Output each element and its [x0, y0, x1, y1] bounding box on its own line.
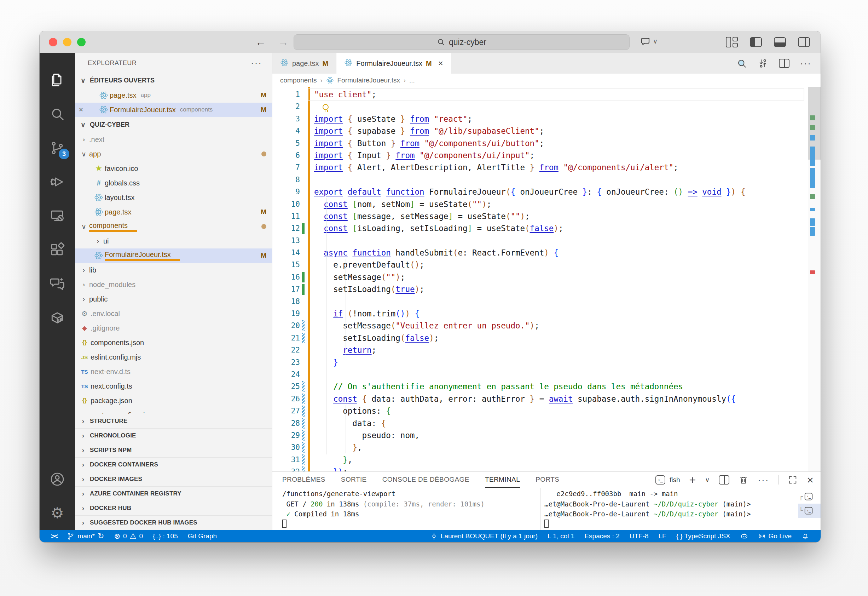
code-line-31[interactable]: 31 }, [272, 454, 806, 466]
code-line-1[interactable]: 1"use client"; [272, 89, 806, 101]
code-line-26[interactable]: 26 const { data: authData, error: authEr… [272, 393, 806, 405]
code-line-16[interactable]: 16 setMessage(""); [272, 271, 806, 283]
run-debug-icon[interactable] [40, 165, 75, 199]
sidebar-section-structure[interactable]: ›STRUCTURE [75, 414, 272, 429]
sidebar-section-scripts-npm[interactable]: ›SCRIPTS NPM [75, 443, 272, 458]
code-line-17[interactable]: 17 setIsLoading(true); [272, 283, 806, 295]
tree-item-app[interactable]: ∨app [75, 147, 272, 161]
code-line-8[interactable]: 8 [272, 174, 806, 186]
code-line-14[interactable]: 14 async function handleSubmit(e: React.… [272, 247, 806, 259]
sidebar-section-chronologie[interactable]: ›CHRONOLOGIE [75, 429, 272, 443]
open-editor-item[interactable]: page.tsxappM [75, 88, 272, 103]
search-in-file-icon[interactable] [737, 58, 747, 69]
new-terminal-icon[interactable]: + [689, 473, 696, 487]
close-window-button[interactable] [49, 38, 57, 46]
code-line-28[interactable]: 28 data: { [272, 417, 806, 429]
status-item-go-live[interactable]: Go Live [753, 530, 797, 542]
status-item-copilot[interactable] [735, 530, 753, 542]
overview-ruler[interactable] [808, 87, 821, 472]
close-icon[interactable]: × [75, 105, 87, 114]
breadcrumb-item[interactable]: components [280, 77, 317, 84]
status-item-l-1-col-1[interactable]: L 1, col 1 [543, 530, 579, 542]
status-item-utf-8[interactable]: UTF-8 [624, 530, 654, 542]
code-line-3[interactable]: 3import { useState } from "react"; [272, 113, 806, 125]
toggle-panel-icon[interactable] [774, 37, 786, 47]
maximize-panel-icon[interactable] [788, 475, 798, 485]
code-line-5[interactable]: 5import { Button } from "@/components/ui… [272, 137, 806, 149]
sidebar-section-docker-images[interactable]: ›DOCKER IMAGES [75, 472, 272, 487]
status-item-bell[interactable] [797, 530, 814, 542]
status-item--typescript-jsx[interactable]: { } TypeScript JSX [671, 530, 735, 542]
forward-icon[interactable]: → [278, 36, 289, 48]
lightbulb-icon[interactable] [323, 104, 329, 110]
status-item--105[interactable]: {..} : 105 [148, 530, 183, 542]
copilot-chat-button[interactable]: ∨ [640, 36, 658, 47]
back-icon[interactable]: ← [255, 36, 266, 48]
more-actions-icon[interactable]: ··· [758, 475, 769, 485]
compare-changes-icon[interactable] [758, 58, 768, 69]
panel-tab-problèmes[interactable]: PROBLÈMES [282, 472, 325, 488]
code-editor[interactable]: 1"use client";23import { useState } from… [272, 87, 821, 472]
panel-tab-sortie[interactable]: SORTIE [341, 472, 367, 488]
status-item-espaces-2[interactable]: Espaces : 2 [579, 530, 624, 542]
code-line-25[interactable]: 25 // On s'authentifie anonymement en pa… [272, 380, 806, 392]
tree-item--gitignore[interactable]: ◆.gitignore [75, 321, 272, 336]
breadcrumb-item[interactable]: ... [409, 77, 415, 84]
code-line-22[interactable]: 22 return; [272, 344, 806, 356]
source-control-icon[interactable]: 3 [40, 131, 75, 165]
status-item-lf[interactable]: LF [654, 530, 671, 542]
code-line-18[interactable]: 18 [272, 296, 806, 308]
tree-item-next-config-ts[interactable]: TSnext.config.ts [75, 379, 272, 393]
tree-item-page-tsx[interactable]: page.tsxM [75, 205, 272, 219]
tree-item-components[interactable]: ∨components [75, 219, 272, 234]
command-center-search[interactable]: quiz-cyber [294, 34, 630, 50]
minimize-window-button[interactable] [63, 38, 71, 46]
split-terminal-icon[interactable] [719, 475, 729, 485]
sidebar-section-azure-container-registry[interactable]: ›AZURE CONTAINER REGISTRY [75, 487, 272, 501]
panel-tab-ports[interactable]: PORTS [536, 472, 559, 488]
tree-item-eslint-config-mjs[interactable]: JSeslint.config.mjs [75, 350, 272, 365]
toggle-sidebar-icon[interactable] [750, 37, 762, 47]
tab-page.tsx[interactable]: page.tsxM [272, 53, 337, 74]
tree-item-formulairejoueur-tsx[interactable]: FormulaireJoueur.tsxM [75, 248, 272, 263]
sidebar-section-docker-containers[interactable]: ›DOCKER CONTAINERS [75, 458, 272, 472]
tree-item-next-env-d-ts[interactable]: TSnext-env.d.ts [75, 365, 272, 379]
tree-item--next[interactable]: ›.next [75, 132, 272, 147]
project-root-header[interactable]: ∨ QUIZ-CYBER [75, 117, 272, 132]
terminal-left[interactable]: /functions/generate-viewport GET / 200 i… [272, 488, 540, 530]
status-item-main-[interactable]: main*↻ [62, 530, 109, 542]
breadcrumb[interactable]: components›FormulaireJoueur.tsx›... [272, 74, 821, 87]
code-line-27[interactable]: 27 options: { [272, 405, 806, 417]
tree-item-layout-tsx[interactable]: layout.tsx [75, 191, 272, 205]
remote-explorer-icon[interactable] [40, 199, 75, 233]
code-line-6[interactable]: 6import { Input } from "@/components/ui/… [272, 149, 806, 161]
search-icon[interactable] [40, 97, 75, 131]
tab-formulairejoueur.tsx[interactable]: FormulaireJoueur.tsxM× [337, 53, 451, 74]
code-line-30[interactable]: 30 }, [272, 441, 806, 453]
code-line-9[interactable]: 9export default function FormulaireJoueu… [272, 186, 806, 198]
code-line-10[interactable]: 10 const [nom, setNom] = useState(""); [272, 198, 806, 210]
terminal-right[interactable]: e2c9ed9..ff003bb main -> main…et@MacBook… [540, 488, 798, 530]
split-editor-icon[interactable] [779, 59, 790, 68]
toggle-secondary-sidebar-icon[interactable] [798, 37, 810, 47]
tree-item-public[interactable]: ›public [75, 292, 272, 306]
tree-item-package-json[interactable]: {}package.json [75, 393, 272, 408]
status-item-0[interactable]: ⊗0⚠0 [109, 530, 148, 542]
chat-icon[interactable] [40, 267, 75, 301]
tree-item-node-modules[interactable]: ›node_modules [75, 278, 272, 292]
code-line-23[interactable]: 23 } [272, 356, 806, 368]
open-editors-header[interactable]: ∨ ÉDITEURS OUVERTS [75, 73, 272, 88]
tree-item-favicon-ico[interactable]: ★favicon.ico [75, 161, 272, 176]
customize-layout-icon[interactable] [726, 37, 738, 47]
status-item-remote[interactable]: >< [46, 530, 62, 542]
status-item-laurent-bouquet-il-y-a-1-jour-[interactable]: Laurent BOUQUET (Il y a 1 jour) [425, 530, 543, 542]
panel-tab-terminal[interactable]: TERMINAL [485, 472, 520, 488]
breadcrumb-item[interactable]: FormulaireJoueur.tsx [337, 77, 400, 84]
close-icon[interactable]: × [438, 58, 443, 68]
terminal-tab-item-selected[interactable]: └ ›_ [798, 504, 821, 518]
code-line-32[interactable]: 32 }); [272, 466, 806, 472]
settings-icon[interactable]: ⚙ [40, 496, 75, 530]
code-line-7[interactable]: 7import { Alert, AlertDescription, Alert… [272, 161, 806, 173]
close-panel-icon[interactable]: × [807, 473, 813, 487]
code-line-13[interactable]: 13 [272, 235, 806, 247]
